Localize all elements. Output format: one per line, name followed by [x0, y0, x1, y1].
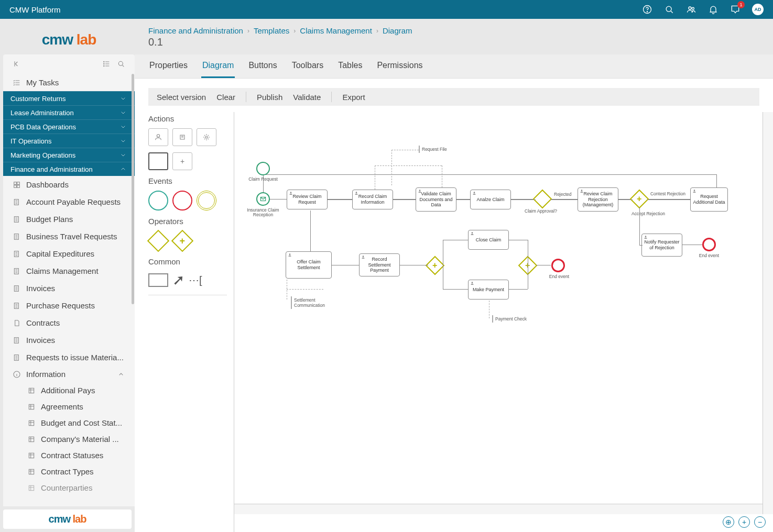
- info-company-material[interactable]: Company's Material ...: [3, 431, 135, 447]
- note-request-file[interactable]: Request File: [419, 146, 449, 153]
- bell-icon[interactable]: [708, 4, 718, 15]
- palette-user-task-icon[interactable]: [148, 128, 168, 146]
- nav-item-travel-requests[interactable]: Business Travel Requests: [3, 228, 135, 245]
- nav-item-invoices[interactable]: Invoices: [3, 280, 135, 297]
- task-close-claim[interactable]: Close Claim: [468, 230, 509, 250]
- svg-point-4: [692, 7, 694, 9]
- nav-item-contracts[interactable]: Contracts: [3, 314, 135, 331]
- task-record-settlement[interactable]: Record Settlement Payment: [359, 253, 400, 276]
- people-icon[interactable]: [686, 4, 696, 15]
- tab-properties[interactable]: Properties: [148, 54, 189, 78]
- palette-arrow-icon[interactable]: ➚: [172, 271, 184, 289]
- help-icon[interactable]: [642, 4, 652, 15]
- collapse-icon[interactable]: [13, 60, 21, 70]
- tool-export[interactable]: Export: [342, 93, 365, 102]
- nav-group-marketing[interactable]: Marketing Operations: [3, 148, 135, 162]
- zoom-fit-icon[interactable]: ⊕: [723, 516, 734, 528]
- gateway-contest[interactable]: [630, 190, 649, 209]
- task-make-payment[interactable]: Make Payment: [468, 280, 509, 300]
- palette-empty-task-icon[interactable]: [148, 152, 168, 170]
- sidebar-scroll[interactable]: My Tasks Customer Returns Lease Administ…: [3, 74, 135, 506]
- palette-script-task-icon[interactable]: [172, 128, 192, 146]
- nav-group-finance[interactable]: Finance and Administration: [3, 162, 135, 176]
- note-payment-check[interactable]: Payment Check: [492, 315, 529, 323]
- crumb-1[interactable]: Templates: [254, 26, 289, 35]
- palette-annotation-icon[interactable]: ⋯[: [189, 274, 202, 286]
- tab-buttons[interactable]: Buttons: [247, 54, 278, 78]
- zoom-in-icon[interactable]: +: [738, 516, 750, 528]
- palette: Actions + Events: [135, 112, 234, 532]
- scrollbar-thumb[interactable]: [132, 74, 134, 304]
- label-insurance: Insurance Claim Reception: [244, 208, 282, 218]
- info-budget-cost[interactable]: Budget and Cost Stat...: [3, 415, 135, 431]
- task-notify-rejection[interactable]: Notify Requester of Rejection: [641, 234, 682, 257]
- nav-item-budget-plans[interactable]: Budget Plans: [3, 210, 135, 228]
- task-validate-claim[interactable]: Validate Claim Documents and Data: [416, 187, 456, 212]
- tool-clear[interactable]: Clear: [216, 93, 235, 102]
- task-record-claim-info[interactable]: Record Claim Information: [352, 190, 393, 209]
- list-icon[interactable]: [102, 60, 111, 70]
- end-event-2[interactable]: [702, 238, 716, 251]
- search-icon[interactable]: [664, 4, 674, 15]
- svg-point-6: [104, 63, 104, 64]
- nav-item-requests-materia[interactable]: Requests to issue Materia...: [3, 349, 135, 366]
- tool-validate[interactable]: Validate: [293, 93, 321, 102]
- nav-item-ap-requests[interactable]: Account Payable Requests: [3, 193, 135, 210]
- info-counterparties[interactable]: Counterparties: [3, 480, 135, 496]
- info-contract-types[interactable]: Contract Types: [3, 463, 135, 480]
- palette-timer-event-icon[interactable]: [197, 191, 216, 210]
- palette-parallel-gateway-icon[interactable]: +: [171, 230, 193, 252]
- svg-rect-27: [29, 453, 34, 458]
- nav-group-customer-returns[interactable]: Customer Returns: [3, 91, 135, 105]
- gateway-approval[interactable]: [533, 190, 552, 209]
- nav-item-invoices-2[interactable]: Invoices: [3, 331, 135, 349]
- palette-gateway-icon[interactable]: [147, 230, 169, 252]
- palette-actions-title: Actions: [148, 114, 234, 123]
- svg-rect-11: [14, 185, 17, 187]
- palette-start-event-icon[interactable]: [148, 191, 168, 210]
- nav-item-claims-mgmt[interactable]: Claims Management: [3, 262, 135, 280]
- nav-group-lease[interactable]: Lease Administration: [3, 105, 135, 119]
- palette-pool-icon[interactable]: [148, 273, 168, 287]
- svg-rect-10: [17, 182, 20, 184]
- svg-rect-23: [29, 388, 34, 393]
- tool-publish[interactable]: Publish: [257, 93, 282, 102]
- info-contract-statuses[interactable]: Contract Statuses: [3, 447, 135, 463]
- note-settlement-comm[interactable]: Settlement Communication: [291, 296, 322, 309]
- zoom-out-icon[interactable]: −: [754, 516, 766, 528]
- nav-group-pcb[interactable]: PCB Data Operations: [3, 119, 135, 134]
- start-event-insurance[interactable]: [256, 192, 270, 206]
- svg-rect-24: [29, 404, 34, 409]
- info-additional-pays[interactable]: Additional Pays: [3, 382, 135, 398]
- end-event-1[interactable]: [551, 259, 565, 272]
- tab-tables[interactable]: Tables: [337, 54, 363, 78]
- nav-group-it[interactable]: IT Operations: [3, 134, 135, 148]
- palette-add-icon[interactable]: +: [172, 152, 192, 170]
- start-event-claim-request[interactable]: [256, 162, 270, 175]
- task-request-additional[interactable]: Request Additional Data: [690, 187, 728, 212]
- task-offer-settlement[interactable]: Offer Claim Settlement: [286, 251, 332, 279]
- nav-item-dashboards[interactable]: Dashboards: [3, 176, 135, 193]
- palette-end-event-icon[interactable]: [172, 191, 192, 210]
- nav-item-information[interactable]: Information: [3, 366, 135, 382]
- palette-service-task-icon[interactable]: [197, 128, 216, 146]
- tab-toolbars[interactable]: Toolbars: [291, 54, 324, 78]
- sidebar-search-icon[interactable]: [117, 60, 125, 70]
- crumb-0[interactable]: Finance and Administration: [148, 26, 243, 35]
- task-review-rejection[interactable]: Review Claim Rejection (Management): [578, 187, 618, 212]
- gateway-settlement[interactable]: [426, 256, 445, 275]
- my-tasks[interactable]: My Tasks: [3, 74, 135, 91]
- tab-permissions[interactable]: Permissions: [376, 54, 423, 78]
- info-agreements[interactable]: Agreements: [3, 398, 135, 415]
- task-analyze-claim[interactable]: Analze Claim: [470, 190, 511, 209]
- crumb-2[interactable]: Claims Management: [300, 26, 372, 35]
- avatar[interactable]: AD: [752, 4, 764, 15]
- tool-select-version[interactable]: Select version: [157, 93, 206, 102]
- nav-item-capex[interactable]: Capital Expeditures: [3, 245, 135, 262]
- crumb-3[interactable]: Diagram: [383, 26, 412, 35]
- tab-diagram[interactable]: Diagram: [201, 54, 235, 78]
- task-review-claim[interactable]: Review Claim Request: [287, 190, 328, 209]
- chat-icon[interactable]: 1: [730, 4, 741, 15]
- nav-item-purchase-requests[interactable]: Purchase Requests: [3, 297, 135, 314]
- diagram-canvas[interactable]: Claim Request Insurance Claim Reception …: [234, 112, 773, 532]
